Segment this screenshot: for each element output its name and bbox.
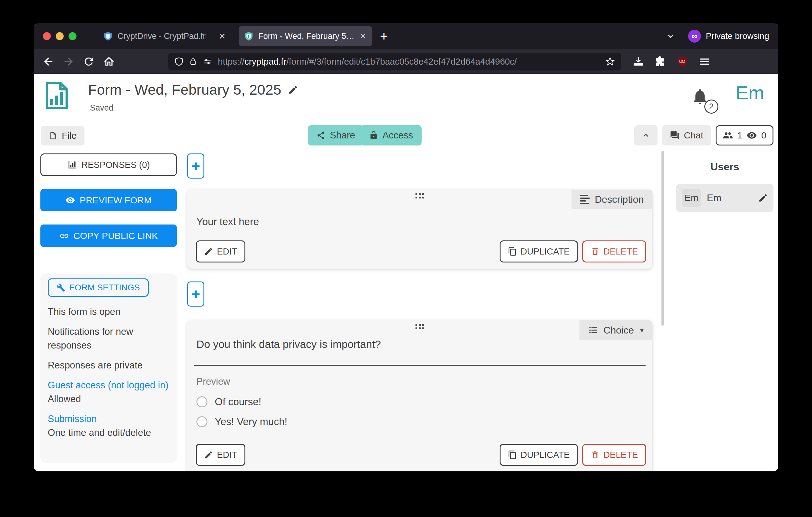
choice-option: Of course!	[196, 396, 261, 408]
ublock-origin-icon[interactable]: uO	[676, 55, 688, 68]
delete-button[interactable]: DELETE	[582, 240, 646, 263]
duplicate-button[interactable]: DUPLICATE	[500, 240, 578, 263]
users-panel-title: Users	[676, 161, 774, 173]
url-bar[interactable]: https://cryptpad.fr/form/#/3/form/edit/c…	[168, 53, 621, 71]
wrench-icon	[57, 283, 65, 292]
preview-label: Preview	[196, 376, 230, 387]
chat-button[interactable]: Chat	[662, 125, 711, 145]
notifications-area: 2	[691, 87, 725, 121]
bookmark-star-icon[interactable]	[605, 57, 615, 66]
add-block-button[interactable]: +	[187, 281, 204, 306]
form-app-icon	[45, 81, 68, 110]
downloads-icon[interactable]	[632, 55, 644, 68]
private-mask-icon: ∞	[688, 30, 701, 43]
tab-title: CryptDrive - CryptPad.fr	[117, 31, 214, 41]
user-name: Em	[707, 192, 721, 204]
forward-icon[interactable]	[62, 55, 75, 68]
choice-block: Choice ▾ Do you think data privacy is im…	[187, 320, 652, 471]
pencil-icon	[204, 450, 213, 459]
maximize-window-button[interactable]	[68, 32, 77, 40]
scrollbar[interactable]	[662, 151, 664, 326]
form-settings-button[interactable]: FORM SETTINGS	[48, 278, 149, 297]
tracking-protection-shield-icon[interactable]	[174, 57, 183, 66]
private-browsing-label: Private browsing	[706, 31, 769, 41]
drag-handle-icon[interactable]	[415, 324, 424, 329]
back-icon[interactable]	[42, 55, 55, 68]
trash-icon	[590, 450, 600, 459]
option-label: Yes! Very much!	[215, 416, 287, 428]
open-lock-icon	[369, 131, 378, 140]
block-type-chip[interactable]: Choice ▾	[579, 320, 652, 340]
file-doc-icon	[49, 131, 58, 140]
tab-form-active[interactable]: Form - Wed, February 5, 2025 ✕	[239, 26, 372, 46]
extensions-icon[interactable]	[654, 55, 666, 68]
collapse-toolbar-button[interactable]	[634, 125, 658, 145]
list-icon	[588, 326, 599, 335]
viewers-count: 0	[761, 130, 766, 141]
access-button[interactable]: Access	[360, 125, 422, 145]
block-type-chip: Description	[572, 190, 652, 209]
copy-icon	[508, 247, 517, 256]
user-avatar-menu[interactable]: Em	[736, 82, 764, 104]
edit-name-pencil-icon[interactable]	[758, 193, 768, 203]
preview-form-button[interactable]: PREVIEW FORM	[40, 189, 177, 211]
block-actions: EDIT DUPLICATE DELETE	[196, 444, 646, 466]
chevron-down-icon: ▾	[640, 326, 644, 334]
choice-option: Yes! Very much!	[196, 416, 287, 428]
user-avatar: Em	[682, 189, 701, 207]
file-menu-button[interactable]: File	[41, 126, 84, 145]
responses-button[interactable]: RESPONSES (0)	[40, 154, 177, 176]
close-tab-icon[interactable]: ✕	[219, 31, 226, 42]
copy-public-link-button[interactable]: COPY PUBLIC LINK	[40, 224, 177, 247]
add-block-button[interactable]: +	[187, 154, 204, 179]
close-tab-icon[interactable]: ✕	[359, 31, 367, 42]
notification-count-badge[interactable]: 2	[704, 100, 718, 114]
reload-icon[interactable]	[83, 55, 95, 68]
users-panel: Users Em Em	[676, 161, 774, 212]
option-label: Of course!	[215, 396, 261, 408]
edit-button[interactable]: EDIT	[196, 444, 245, 466]
radio-button[interactable]	[196, 416, 207, 427]
setting-submission-value: One time and edit/delete	[48, 426, 170, 439]
setting-responses-private: Responses are private	[48, 358, 170, 372]
minimize-window-button[interactable]	[56, 32, 64, 40]
tab-cryptdrive[interactable]: CryptDrive - CryptPad.fr ✕	[98, 26, 231, 46]
user-list-button[interactable]: 1 0	[716, 125, 774, 145]
share-icon	[316, 131, 325, 140]
description-text[interactable]: Your text here	[196, 216, 259, 227]
editors-count: 1	[737, 130, 743, 141]
url-text[interactable]: https://cryptpad.fr/form/#/3/form/edit/c…	[218, 57, 600, 67]
menu-hamburger-icon[interactable]	[698, 55, 710, 68]
chevron-up-icon	[641, 131, 651, 140]
lock-icon[interactable]	[189, 57, 197, 66]
share-button[interactable]: Share	[308, 125, 364, 145]
setting-submission-link[interactable]: Submission	[48, 412, 170, 426]
description-block: Description Your text here EDIT DUPLICAT…	[187, 190, 652, 269]
setting-guest-access-value: Allowed	[48, 392, 170, 406]
align-left-icon	[580, 195, 590, 204]
tabbar-right: ∞ Private browsing	[665, 30, 769, 43]
duplicate-button[interactable]: DUPLICATE	[500, 444, 578, 466]
home-icon[interactable]	[103, 55, 115, 68]
permissions-icon[interactable]	[203, 57, 212, 66]
close-window-button[interactable]	[43, 32, 51, 40]
list-all-tabs-icon[interactable]	[665, 31, 676, 42]
radio-button[interactable]	[196, 396, 207, 407]
question-input[interactable]: Do you think data privacy is important?	[194, 338, 645, 366]
link-icon	[59, 231, 69, 241]
setting-guest-access-link[interactable]: Guest access (not logged in)	[48, 378, 170, 392]
user-list-item: Em Em	[676, 184, 774, 212]
rename-pencil-icon[interactable]	[288, 84, 298, 95]
edit-button[interactable]: EDIT	[196, 240, 245, 263]
page-title: Form - Wed, February 5, 2025	[88, 81, 281, 98]
cryptpad-app: Form - Wed, February 5, 2025 Saved 2 Em …	[34, 74, 778, 471]
delete-button[interactable]: DELETE	[582, 444, 646, 466]
block-actions: EDIT DUPLICATE DELETE	[196, 240, 646, 263]
toolbar-right: Chat 1 0	[634, 125, 774, 145]
new-tab-button[interactable]: +	[380, 28, 388, 44]
pencil-icon	[204, 247, 213, 256]
bar-chart-icon	[67, 160, 77, 170]
save-status: Saved	[90, 103, 114, 113]
browser-window: CryptDrive - CryptPad.fr ✕ Form - Wed, F…	[34, 23, 778, 471]
drag-handle-icon[interactable]	[415, 193, 424, 198]
